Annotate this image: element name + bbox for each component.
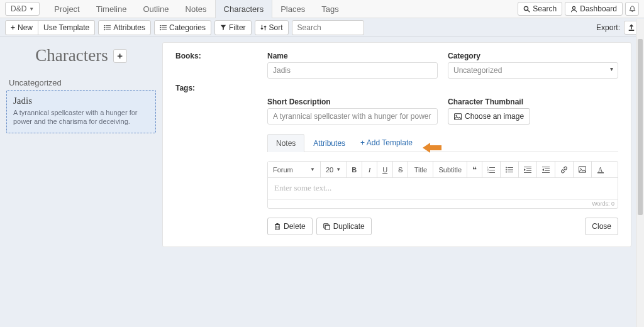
italic-button[interactable]: I [362, 162, 377, 177]
ordered-list-button[interactable]: 123 [482, 162, 501, 177]
new-group: + New Use Template [5, 20, 95, 35]
svg-point-0 [525, 6, 528, 10]
rich-text-editor: Forum▼ 20▼ B I U S Title Subtitle ❝ [267, 161, 618, 209]
delete-button[interactable]: Delete [267, 218, 313, 235]
svg-point-25 [506, 167, 507, 168]
category-select[interactable]: Uncategorized [448, 62, 618, 79]
use-template-button[interactable]: Use Template [38, 20, 95, 35]
svg-rect-36 [542, 167, 550, 167]
text-color-icon: A [597, 166, 604, 174]
editor-textarea[interactable]: Enter some text... [268, 178, 618, 199]
page-body: Characters + Uncategorized Jadis A tyran… [0, 37, 644, 327]
scrollbar-thumb[interactable] [638, 39, 643, 215]
svg-rect-10 [162, 25, 167, 26]
underline-icon: U [382, 166, 387, 174]
svg-rect-22 [489, 170, 495, 170]
svg-point-29 [506, 171, 507, 172]
indent-icon [542, 167, 550, 173]
font-size-select[interactable]: 20▼ [321, 162, 347, 177]
dashboard-button[interactable]: Dashboard [565, 2, 623, 16]
filter-button[interactable]: Filter [214, 20, 252, 35]
thumbnail-label: Character Thumbnail [448, 97, 618, 106]
vertical-scrollbar[interactable] [636, 19, 644, 327]
shortdesc-label: Short Description [267, 97, 438, 106]
nav-project[interactable]: Project [46, 0, 87, 18]
character-list-column: Characters + Uncategorized Jadis A tyran… [0, 37, 162, 327]
underline-button[interactable]: U [377, 162, 393, 177]
top-nav: D&D ▼ Project Timeline Outline Notes Cha… [0, 0, 644, 18]
svg-rect-41 [579, 167, 586, 172]
tab-notes[interactable]: Notes [267, 134, 304, 152]
svg-text:A: A [598, 166, 603, 173]
upload-icon [628, 24, 635, 31]
add-character-button[interactable]: + [113, 49, 127, 63]
svg-rect-47 [276, 223, 278, 224]
svg-rect-28 [508, 169, 513, 170]
caret-down-icon: ▼ [29, 6, 34, 12]
add-template-button[interactable]: + Add Template [354, 134, 419, 152]
subtitle-style-button[interactable]: Subtitle [433, 162, 467, 177]
category-label: Category [448, 52, 618, 60]
detail-tabs: Notes Attributes + Add Template [267, 133, 618, 152]
filter-label: Filter [229, 23, 246, 32]
nav-characters[interactable]: Characters [215, 0, 273, 18]
text-color-button[interactable]: A [592, 162, 609, 177]
svg-point-27 [506, 169, 507, 170]
dashboard-label: Dashboard [580, 4, 617, 13]
svg-point-17 [455, 114, 457, 116]
search-input[interactable] [292, 20, 364, 35]
svg-rect-4 [106, 25, 111, 26]
svg-rect-31 [524, 167, 531, 167]
indent-button[interactable] [537, 162, 555, 177]
title-style-button[interactable]: Title [408, 162, 433, 177]
notifications-button[interactable] [625, 2, 639, 16]
shortdesc-input[interactable] [267, 108, 438, 125]
svg-point-9 [160, 25, 161, 26]
quote-button[interactable]: ❝ [467, 162, 482, 177]
nav-places[interactable]: Places [272, 0, 313, 18]
books-label: Books: [175, 52, 257, 79]
font-family-select[interactable]: Forum▼ [268, 162, 321, 177]
delete-label: Delete [284, 222, 306, 231]
svg-point-7 [104, 29, 105, 30]
choose-image-button[interactable]: Choose an image [448, 108, 530, 125]
copy-icon [323, 223, 330, 230]
categories-button[interactable]: Categories [154, 20, 211, 35]
nav-notes[interactable]: Notes [177, 0, 215, 18]
sort-button[interactable]: Sort [255, 20, 289, 35]
group-heading: Uncategorized [9, 78, 156, 87]
caret-down-icon: ▼ [310, 167, 315, 172]
new-button[interactable]: + New [5, 20, 38, 35]
svg-marker-35 [524, 169, 526, 171]
caret-down-icon: ▼ [336, 167, 341, 172]
svg-rect-24 [489, 172, 495, 173]
global-search-button[interactable]: Search [518, 2, 562, 16]
character-card-name: Jadis [13, 96, 149, 106]
strike-button[interactable]: S [393, 162, 408, 177]
page-title: Characters [35, 46, 108, 65]
nav-outline[interactable]: Outline [135, 0, 177, 18]
bullet-list-button[interactable] [501, 162, 519, 177]
svg-rect-44 [597, 172, 604, 174]
character-card[interactable]: Jadis A tyrannical spellcaster with a hu… [6, 90, 156, 133]
outdent-button[interactable] [519, 162, 537, 177]
link-button[interactable] [555, 162, 574, 177]
name-input[interactable] [267, 62, 438, 79]
tab-attributes[interactable]: Attributes [304, 134, 354, 152]
quote-icon: ❝ [472, 165, 477, 174]
filter-icon [220, 25, 226, 31]
close-button[interactable]: Close [585, 218, 618, 235]
svg-rect-16 [454, 113, 461, 119]
bold-button[interactable]: B [347, 162, 362, 177]
duplicate-button[interactable]: Duplicate [316, 218, 372, 235]
svg-point-11 [160, 27, 161, 28]
image-button[interactable] [574, 162, 592, 177]
svg-rect-45 [275, 224, 279, 230]
name-label: Name [267, 52, 438, 60]
svg-rect-46 [275, 224, 280, 224]
svg-rect-20 [489, 167, 495, 168]
nav-tags[interactable]: Tags [313, 0, 347, 18]
nav-timeline[interactable]: Timeline [88, 0, 135, 18]
attributes-button[interactable]: Attributes [98, 20, 151, 35]
project-dropdown[interactable]: D&D ▼ [5, 2, 40, 16]
